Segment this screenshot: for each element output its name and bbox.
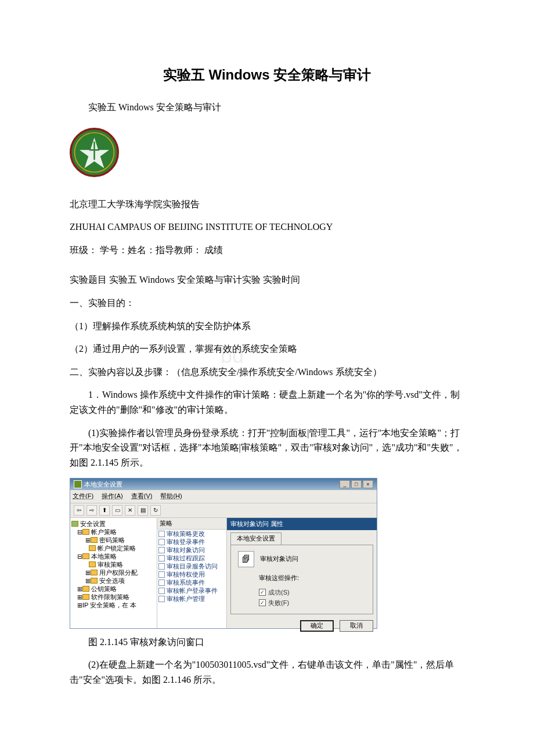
tree-account[interactable]: 帐户策略 [91, 528, 117, 536]
policy-item-1[interactable]: 审核策略更改 [167, 530, 205, 538]
policy-item-3[interactable]: 审核对象访问 [167, 546, 205, 554]
purpose-1: （1）理解操作系统系统构筑的安全防护体系 [70, 319, 464, 334]
tree-lockout[interactable]: 帐户锁定策略 [98, 544, 136, 552]
close-button[interactable]: × [363, 480, 373, 488]
refresh-icon[interactable]: ↻ [150, 505, 161, 516]
report-header-en: ZHUHAI CAMPAUS OF BEIJING INSTITUTE OF T… [70, 219, 464, 235]
policy-item-4[interactable]: 审核过程跟踪 [167, 554, 205, 562]
figure-screenshot: 本地安全设置 _ □ × 文件(F) 操作(A) 查看(V) 帮助(H) ⇦ ⇨… [70, 478, 464, 629]
tree-root[interactable]: 安全设置 [80, 520, 106, 528]
policy-item-6[interactable]: 审核特权使用 [167, 570, 205, 578]
ok-button[interactable]: 确定 [300, 620, 334, 632]
tree-audit[interactable]: 审核策略 [98, 560, 123, 568]
tree-rights[interactable]: 用户权限分配 [99, 568, 138, 577]
audit-icon: 🗐 [238, 551, 254, 567]
tree-local[interactable]: 本地策略 [91, 552, 117, 560]
purpose-2: （2）通过用户的一系列设置，掌握有效的系统安全策略 [70, 341, 464, 357]
dialog-tab[interactable]: 本地安全设置 [230, 532, 282, 545]
cancel-button[interactable]: 取消 [340, 620, 373, 632]
report-header-cn: 北京理工大学珠海学院实验报告 [70, 197, 464, 212]
menu-action[interactable]: 操作(A) [102, 491, 123, 502]
folder-icon[interactable]: ▭ [112, 505, 122, 516]
section-purpose: 一、实验目的： [70, 296, 464, 311]
tree-pubkey[interactable]: 公钥策略 [91, 585, 117, 593]
back-icon[interactable]: ⇦ [74, 505, 84, 516]
step-1: 1．Windows 操作系统中文件操作的审计策略：硬盘上新建一个名为"你的学号.… [70, 387, 464, 417]
institution-logo [70, 123, 464, 189]
minimize-button[interactable]: _ [340, 480, 350, 488]
policy-item-5[interactable]: 审核目录服务访问 [167, 562, 218, 570]
window-title: 本地安全设置 [84, 480, 122, 490]
app-icon [74, 480, 82, 488]
nav-tree: 安全设置 ⊟ 帐户策略 ⊞ 密码策略 帐户锁定策略 ⊟ 本地策略 审核策略 ⊞ … [70, 518, 157, 628]
delete-icon[interactable]: ✕ [125, 505, 135, 516]
policy-item-8[interactable]: 审核帐户登录事件 [167, 586, 218, 595]
figure-caption: 图 2.1.145 审核对象访问窗口 [70, 635, 464, 650]
success-checkbox[interactable]: ✓ [259, 589, 266, 596]
tree-password[interactable]: 密码策略 [99, 536, 125, 544]
class-info-line: 班级： 学号：姓名：指导教师： 成绩 [70, 243, 464, 258]
menu-file[interactable]: 文件(F) [73, 491, 93, 502]
tree-secopts[interactable]: 安全选项 [99, 577, 125, 585]
menu-help[interactable]: 帮助(H) [160, 491, 182, 502]
menu-view[interactable]: 查看(V) [131, 491, 153, 502]
menu-bar: 文件(F) 操作(A) 查看(V) 帮助(H) [70, 490, 377, 503]
policy-item-9[interactable]: 审核帐户管理 [167, 595, 205, 603]
policy-item-7[interactable]: 审核系统事件 [167, 578, 205, 586]
policy-item-2[interactable]: 审核登录事件 [167, 538, 205, 546]
dialog-ops-label: 审核这些操作: [259, 573, 366, 584]
success-label: 成功(S) [268, 587, 290, 597]
up-icon[interactable]: ⬆ [99, 505, 110, 516]
toolbar: ⇦ ⇨ ⬆ ▭ ✕ ▤ ↻ [70, 503, 377, 518]
properties-icon[interactable]: ▤ [138, 505, 148, 516]
maximize-button[interactable]: □ [351, 480, 362, 488]
forward-icon[interactable]: ⇨ [86, 505, 97, 516]
step-1-1: (1)实验操作者以管理员身份登录系统：打开"控制面板|管理工具"，运行"本地安全… [70, 426, 464, 470]
tree-ipsec[interactable]: IP 安全策略，在 本 [82, 601, 136, 609]
dialog-label: 审核对象访问 [260, 554, 298, 564]
topic-line: 实验题目 实验五 Windows 安全策略与审计实验 实验时间 [70, 272, 464, 287]
failure-label: 失败(F) [268, 597, 289, 608]
section-content: 二、实验内容以及步骤：（信息系统安全/操作系统安全/Windows 系统安全） [70, 365, 464, 380]
list-header[interactable]: 策略 [157, 518, 226, 530]
document-title: 实验五 Windows 安全策略与审计 [70, 64, 464, 86]
dialog-title: 审核对象访问 属性 [227, 518, 377, 531]
step-1-2: (2)在硬盘上新建一个名为"100503011005.vsd"文件，右键单击该文… [70, 657, 464, 687]
tree-software[interactable]: 软件限制策略 [91, 593, 129, 601]
subtitle: 实验五 Windows 安全策略与审计 [70, 100, 464, 115]
failure-checkbox[interactable]: ✓ [259, 599, 266, 606]
